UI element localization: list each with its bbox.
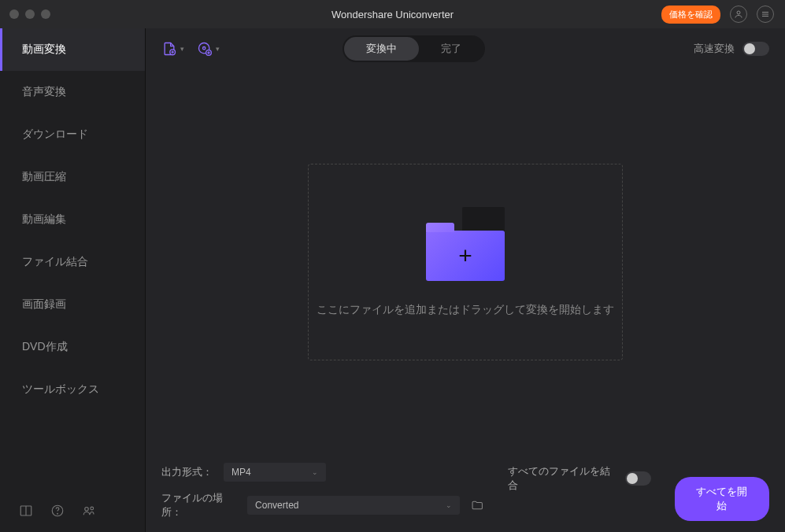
menu-icon[interactable] xyxy=(757,6,774,23)
open-folder-icon[interactable] xyxy=(471,498,483,512)
price-button[interactable]: 価格を確認 xyxy=(661,6,720,24)
sidebar-item-4[interactable]: 動画編集 xyxy=(0,198,145,241)
sidebar-item-8[interactable]: ツールボックス xyxy=(0,368,145,411)
output-format-label: 出力形式： xyxy=(161,465,213,479)
tab-done[interactable]: 完了 xyxy=(419,37,483,61)
start-all-button[interactable]: すべてを開始 xyxy=(675,477,769,521)
svg-point-14 xyxy=(203,47,206,50)
chevron-down-icon: ⌄ xyxy=(312,468,318,476)
chevron-down-icon: ▾ xyxy=(216,45,220,53)
svg-point-8 xyxy=(85,508,89,512)
fast-convert-label: 高速変換 xyxy=(694,42,735,56)
svg-point-9 xyxy=(91,507,94,510)
tab-converting[interactable]: 変換中 xyxy=(344,37,419,61)
sidebar-item-7[interactable]: DVD作成 xyxy=(0,326,145,368)
titlebar: Wondershare Uniconverter 価格を確認 xyxy=(0,0,785,28)
merge-all-label: すべてのファイルを結合 xyxy=(508,464,617,493)
window-controls[interactable] xyxy=(0,9,50,19)
help-icon[interactable] xyxy=(50,504,65,518)
user-icon[interactable] xyxy=(730,6,747,23)
sidebar-item-3[interactable]: 動画圧縮 xyxy=(0,156,145,198)
chevron-down-icon: ⌄ xyxy=(446,501,452,509)
merge-all-toggle[interactable] xyxy=(625,471,651,486)
sidebar-item-1[interactable]: 音声変換 xyxy=(0,71,145,113)
sidebar-item-5[interactable]: ファイル結合 xyxy=(0,241,145,283)
sidebar-item-0[interactable]: 動画変換 xyxy=(0,28,145,71)
add-file-button[interactable]: ▾ xyxy=(161,41,184,57)
sidebar-item-6[interactable]: 画面録画 xyxy=(0,283,145,326)
fast-convert-toggle[interactable] xyxy=(742,42,769,56)
main-panel: ▾ ▾ 変換中 完了 高速変換 + ここにファイルを追加またはドラッグし xyxy=(145,28,785,532)
app-title: Wondershare Uniconverter xyxy=(331,9,454,20)
add-disc-button[interactable]: ▾ xyxy=(197,41,220,57)
toolbar: ▾ ▾ 変換中 完了 高速変換 xyxy=(146,28,785,69)
file-location-label: ファイルの場所： xyxy=(161,491,236,519)
tab-group: 変換中 完了 xyxy=(343,35,485,62)
output-format-select[interactable]: MP4⌄ xyxy=(224,463,326,482)
file-location-select[interactable]: Converted⌄ xyxy=(247,496,460,515)
chevron-down-icon: ▾ xyxy=(180,45,184,53)
folder-add-icon: + xyxy=(426,207,505,281)
sidebar: 動画変換音声変換ダウンロード動画圧縮動画編集ファイル結合画面録画DVD作成ツール… xyxy=(0,28,145,532)
drop-zone[interactable]: + ここにファイルを追加またはドラッグして変換を開始します xyxy=(308,164,623,360)
guide-icon[interactable] xyxy=(19,504,33,518)
svg-point-7 xyxy=(57,513,58,514)
footer: 出力形式： MP4⌄ ファイルの場所： Converted⌄ すべてのファイルを… xyxy=(146,452,785,532)
contact-icon[interactable] xyxy=(82,504,96,518)
svg-point-0 xyxy=(737,11,740,14)
sidebar-item-2[interactable]: ダウンロード xyxy=(0,113,145,156)
drop-zone-text: ここにファイルを追加またはドラッグして変換を開始します xyxy=(317,303,614,317)
